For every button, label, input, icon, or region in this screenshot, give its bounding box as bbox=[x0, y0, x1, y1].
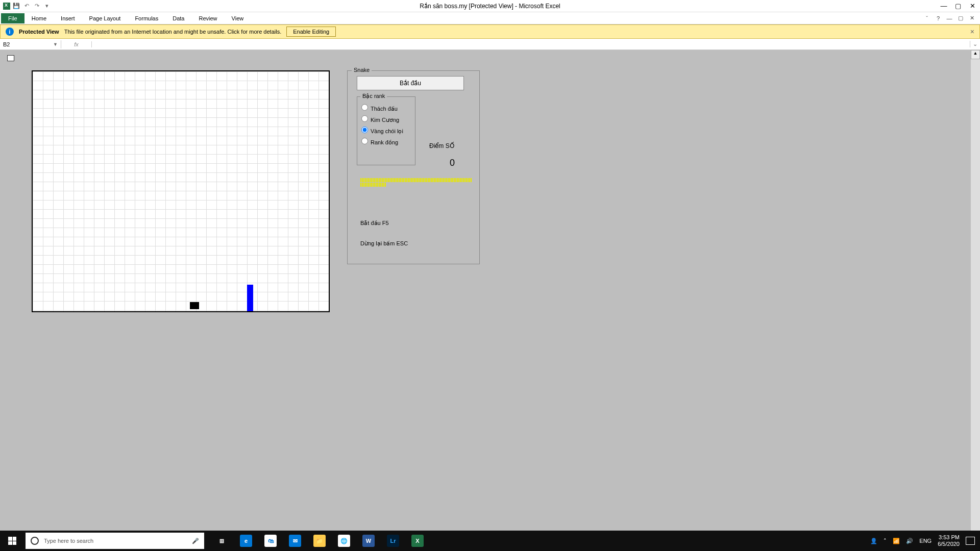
microphone-icon[interactable]: 🎤 bbox=[192, 538, 199, 544]
chrome-icon[interactable]: 🌐 bbox=[332, 531, 356, 551]
snake-food-block bbox=[190, 302, 199, 309]
rank-radio-3[interactable] bbox=[361, 138, 368, 144]
tray-clock[interactable]: 3:53 PM 6/5/2020 bbox=[938, 534, 960, 547]
scroll-up-icon[interactable]: ▲ bbox=[971, 50, 980, 59]
lightroom-icon[interactable]: Lr bbox=[381, 531, 405, 551]
redo-icon[interactable]: ↷ bbox=[33, 2, 41, 10]
system-tray: 👤 ˄ 📶 🔊 ENG 3:53 PM 6/5/2020 bbox=[870, 534, 980, 547]
help-icon[interactable]: ? bbox=[934, 14, 942, 22]
tab-home[interactable]: Home bbox=[24, 13, 54, 23]
rank-group-title: Bậc rank bbox=[360, 93, 387, 99]
maximize-button[interactable]: ▢ bbox=[953, 2, 963, 11]
fx-button-area: fx bbox=[61, 41, 92, 47]
tray-date: 6/5/2020 bbox=[938, 541, 960, 547]
workbook-thumbnail-icon[interactable] bbox=[7, 55, 14, 61]
progress-bar bbox=[360, 178, 472, 189]
start-button[interactable] bbox=[0, 531, 24, 551]
rank-option-3[interactable]: Rank đồng bbox=[361, 138, 411, 146]
tray-language[interactable]: ENG bbox=[919, 538, 932, 544]
ribbon-tabs: File Home Insert Page Layout Formulas Da… bbox=[0, 12, 980, 24]
store-icon[interactable]: 🛍 bbox=[258, 531, 283, 551]
protected-view-label: Protected View bbox=[19, 29, 59, 35]
snake-body-block bbox=[247, 285, 253, 311]
name-box[interactable]: B2 ▼ bbox=[0, 40, 61, 48]
minimize-button[interactable]: — bbox=[939, 2, 948, 11]
task-view-icon[interactable]: ⊞ bbox=[209, 531, 234, 551]
snake-game-grid[interactable] bbox=[32, 70, 330, 312]
taskbar-search[interactable]: Type here to search 🎤 bbox=[26, 533, 204, 549]
quick-access-toolbar: 💾 ↶ ↷ ▾ bbox=[0, 2, 51, 10]
tab-view[interactable]: View bbox=[225, 13, 251, 23]
enable-editing-button[interactable]: Enable Editing bbox=[286, 27, 336, 37]
rank-radio-0[interactable] bbox=[361, 104, 368, 111]
protected-close-icon[interactable]: × bbox=[970, 28, 974, 36]
rank-radio-1[interactable] bbox=[361, 115, 368, 122]
start-button[interactable]: Bắt đầu bbox=[357, 76, 464, 90]
window-title: Rắn săn boss.my [Protected View] - Micro… bbox=[420, 3, 560, 10]
rank-radio-2[interactable] bbox=[361, 127, 368, 133]
ribbon-window-close-icon[interactable]: ✕ bbox=[968, 14, 976, 22]
workspace-vertical-scrollbar[interactable]: ▲ ▼ bbox=[971, 50, 980, 541]
fx-icon[interactable]: fx bbox=[74, 41, 79, 47]
word-icon[interactable]: W bbox=[356, 531, 381, 551]
formula-expand-icon[interactable]: ⌄ bbox=[970, 41, 980, 47]
ribbon-window-min-icon[interactable]: — bbox=[945, 14, 953, 22]
minimize-ribbon-icon[interactable]: ˇ bbox=[923, 14, 931, 22]
close-button[interactable]: ✕ bbox=[968, 2, 977, 11]
cortana-icon bbox=[31, 537, 39, 545]
shield-icon: i bbox=[6, 28, 14, 36]
tray-time: 3:53 PM bbox=[938, 534, 960, 541]
tab-insert[interactable]: Insert bbox=[54, 13, 82, 23]
rank-option-2[interactable]: Vàng chói lọi bbox=[361, 127, 411, 135]
ribbon-window-restore-icon[interactable]: ▢ bbox=[957, 14, 965, 22]
taskbar-apps: ⊞ e 🛍 ✉ 📁 🌐 W Lr X bbox=[209, 531, 430, 551]
tab-page-layout[interactable]: Page Layout bbox=[82, 13, 128, 23]
tab-formulas[interactable]: Formulas bbox=[128, 13, 165, 23]
formula-bar: B2 ▼ fx ⌄ bbox=[0, 39, 980, 50]
protected-view-bar: i Protected View This file originated fr… bbox=[0, 24, 980, 39]
score-label: Điểm SỐ bbox=[429, 142, 454, 149]
windows-logo-icon bbox=[8, 537, 16, 545]
title-bar: 💾 ↶ ↷ ▾ Rắn săn boss.my [Protected View]… bbox=[0, 0, 980, 12]
rank-option-1[interactable]: Kim Cương bbox=[361, 115, 411, 123]
tab-file[interactable]: File bbox=[1, 13, 24, 23]
save-icon[interactable]: 💾 bbox=[12, 2, 20, 10]
rank-group: Bậc rank Thách đấu Kim Cương Vàng chói l… bbox=[357, 96, 415, 165]
score-value: 0 bbox=[450, 158, 455, 168]
search-placeholder: Type here to search bbox=[44, 538, 93, 544]
workspace: Snake Bắt đầu Bậc rank Thách đấu Kim Cươ… bbox=[0, 50, 980, 541]
snake-control-panel: Snake Bắt đầu Bậc rank Thách đấu Kim Cươ… bbox=[347, 70, 480, 264]
mail-icon[interactable]: ✉ bbox=[283, 531, 307, 551]
hint-start: Bắt đầu F5 bbox=[360, 220, 389, 227]
formula-input[interactable] bbox=[92, 43, 970, 45]
windows-taskbar: Type here to search 🎤 ⊞ e 🛍 ✉ 📁 🌐 W Lr X… bbox=[0, 531, 980, 551]
tray-network-icon[interactable]: 📶 bbox=[893, 538, 900, 544]
undo-icon[interactable]: ↶ bbox=[22, 2, 31, 10]
window-controls: — ▢ ✕ bbox=[939, 2, 977, 11]
tray-volume-icon[interactable]: 🔊 bbox=[906, 538, 913, 544]
grid-background bbox=[33, 71, 329, 311]
excel-taskbar-icon[interactable]: X bbox=[405, 531, 430, 551]
ribbon-help-icons: ˇ ? — ▢ ✕ bbox=[923, 14, 976, 22]
qat-dropdown-icon[interactable]: ▾ bbox=[43, 2, 51, 10]
hint-stop: Dừng lại bấm ESC bbox=[360, 240, 408, 247]
notifications-icon[interactable] bbox=[966, 537, 975, 545]
protected-view-message: This file originated from an Internet lo… bbox=[64, 29, 282, 35]
namebox-dropdown-icon[interactable]: ▼ bbox=[53, 42, 58, 47]
cell-reference: B2 bbox=[3, 41, 10, 47]
edge-icon[interactable]: e bbox=[234, 531, 258, 551]
tray-chevron-icon[interactable]: ˄ bbox=[884, 538, 887, 544]
rank-option-0[interactable]: Thách đấu bbox=[361, 104, 411, 112]
explorer-icon[interactable]: 📁 bbox=[307, 531, 332, 551]
excel-icon bbox=[3, 3, 10, 10]
panel-title: Snake bbox=[352, 67, 372, 73]
tray-people-icon[interactable]: 👤 bbox=[870, 538, 877, 544]
tab-data[interactable]: Data bbox=[165, 13, 191, 23]
tab-review[interactable]: Review bbox=[191, 13, 224, 23]
